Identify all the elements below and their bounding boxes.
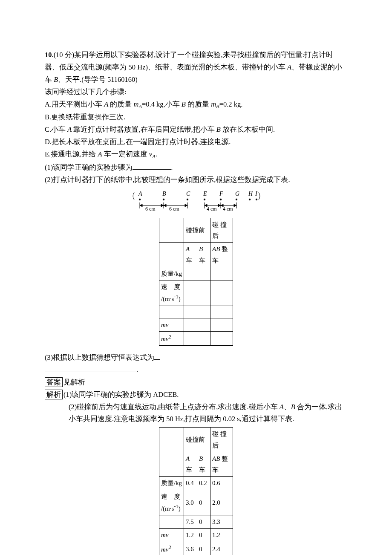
sub1: (1)该同学正确的实验步骤为. [45,162,347,174]
tape-diagram: A B C E F G H I 6 cm 6 cm 4 cm 4 cm [130,190,262,215]
svg-point-5 [187,199,188,200]
dxh-label: 导学号 [84,75,106,84]
svg-text:H: H [248,191,253,197]
blank-field[interactable] [133,169,171,170]
pts: .(10 分) [52,51,75,59]
svg-text:6 cm: 6 cm [145,206,156,212]
question-text: 10.(10 分)某同学运用以下实验器材,设计了一个碰撞实验,来寻找碰撞前后的守… [45,49,347,86]
svg-point-13 [249,199,251,200]
svg-point-1 [139,199,141,200]
step-B: B.更换纸带重复操作三次. [45,111,347,124]
step-D: D.把长木板平放在桌面上,在一端固定打点计时器,连接电源. [45,136,347,148]
steps-header: 该同学经过以下几个步骤: [45,86,347,98]
step-A: A.用天平测出小车 A 的质量 mA=0.4 kg,小车 B 的质量 mB=0.… [45,98,347,112]
svg-point-9 [220,199,222,200]
blank-field[interactable] [154,359,160,360]
intro3: 、天平.( [58,75,84,84]
svg-point-11 [236,199,237,200]
sub2: (2)打点计时器打下的纸带中,比较理想的一条如图所示,根据这些数据完成下表. [45,174,347,186]
svg-point-15 [256,199,257,200]
svg-text:G: G [235,191,239,197]
step-C: C.小车 A 靠近打点计时器放置,在车后固定纸带,把小车 B 放在长木板中间. [45,124,347,136]
svg-text:I: I [255,191,258,197]
svg-text:A: A [138,191,142,197]
svg-text:6 cm: 6 cm [169,206,179,212]
svg-text:F: F [219,191,223,197]
jiexi-box: 解析 [45,390,63,399]
svg-text:E: E [203,191,207,197]
carB: B [54,75,58,84]
answer-box: 答案 [45,377,63,387]
jiexi-part2: (2)碰撞前后为匀速直线运动,由纸带上点迹分布,求出速度.碰后小车 A、B 合为… [45,401,347,426]
svg-text:B: B [162,191,166,197]
filled-table: 碰撞前碰 撞后 A车B车AB 整车 质量/kg0.40.20.6 速 度/(m·… [159,427,233,555]
blank-field[interactable] [45,372,136,372]
svg-text:4 cm: 4 cm [207,206,217,212]
svg-text:C: C [186,191,190,197]
step-E: E.接通电源,并给 A 车一定初速度 vA. [45,148,347,162]
svg-text:4 cm: 4 cm [223,206,233,212]
carA: A [287,63,291,71]
answer-line: 答案见解析 [45,376,347,389]
svg-point-7 [204,199,205,200]
empty-table: 碰撞前碰 撞后 A车B车AB 整车 质量/kg 速 度/(m·s-1) mv m… [159,218,233,346]
qnum: 10 [45,51,52,59]
sub3: (3)根据以上数据猜想守恒表达式为 [45,352,347,364]
svg-point-3 [163,199,164,200]
dxh-num: 51160160) [106,75,138,84]
jiexi-line: 解析(1)该同学正确的实验步骤为 ADCEB. [45,389,347,401]
